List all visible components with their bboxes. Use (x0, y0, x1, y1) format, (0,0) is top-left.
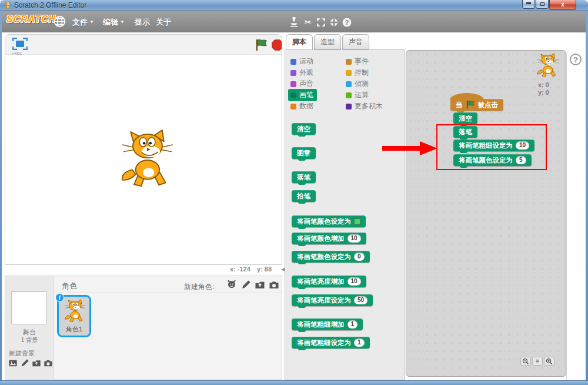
category-sensing[interactable]: 侦测 (346, 79, 369, 89)
script-block-pen-down[interactable]: 落笔 (453, 126, 477, 138)
svg-text:?: ? (345, 19, 349, 26)
duplicate-stamp-icon[interactable] (289, 17, 299, 28)
camera-sprite-icon[interactable] (269, 280, 279, 290)
palette-block-pen-down[interactable]: 落笔 (292, 171, 316, 183)
green-flag-button[interactable] (255, 38, 268, 52)
menu-tips[interactable]: 提示 (135, 17, 150, 28)
motion-color-square (290, 59, 296, 65)
zoom-out-icon (522, 358, 529, 365)
palette-block-change-pen-color[interactable]: 将画笔颜色增加10 (292, 233, 366, 244)
palette-block-set-pen-shade[interactable]: 将画笔亮度设定为50 (292, 294, 373, 306)
green-flag-icon (466, 100, 475, 109)
help-button[interactable]: ? (570, 54, 582, 65)
sprite-name-label: 角色1 (59, 325, 89, 334)
value-input[interactable]: 10 (516, 141, 529, 150)
close-icon: x (561, 1, 564, 8)
stage-thumbnail-label: 舞台 (5, 328, 54, 337)
scratch-logo[interactable]: SCRATCH (6, 14, 56, 25)
sprite-info-badge[interactable]: i (55, 293, 64, 302)
paint-sprite-icon[interactable] (240, 280, 251, 290)
zoom-in-button[interactable] (544, 357, 554, 366)
block-help-icon[interactable]: ? (342, 17, 352, 28)
palette-block-clear[interactable]: 清空 (292, 123, 316, 135)
maximize-icon (540, 2, 544, 6)
sprite-thumbnail-cat (64, 299, 86, 324)
stage-panel: v461 (5, 34, 282, 265)
category-more-blocks[interactable]: 更多积木 (346, 101, 383, 111)
script-block-set-pen-color[interactable]: 将画笔颜色设定为5 (453, 154, 532, 166)
zoom-in-icon (546, 358, 553, 365)
operators-color-square (346, 92, 352, 98)
looks-color-square (290, 70, 296, 76)
menubar: SCRATCH 文件▼ 编辑▼ 提示 关于 ✂ ? (2, 11, 586, 32)
tab-scripts[interactable]: 脚本 (286, 34, 313, 49)
menu-file[interactable]: 文件▼ (72, 17, 94, 28)
stop-button[interactable] (271, 39, 282, 51)
palette-block-set-pen-color[interactable]: 将画笔颜色设定为0 (292, 251, 370, 263)
category-sound[interactable]: 声音 (290, 79, 313, 89)
value-input[interactable]: 10 (348, 277, 361, 286)
sprite-library-icon[interactable] (226, 280, 237, 290)
value-input[interactable]: 5 (516, 156, 526, 164)
upload-sprite-icon[interactable] (255, 280, 265, 290)
value-input[interactable]: 50 (354, 296, 368, 304)
delete-scissors-icon[interactable]: ✂ (303, 17, 313, 28)
sprites-header-divider (54, 293, 283, 293)
stage-backdrop-count: 1 背景 (5, 336, 54, 344)
category-pen[interactable]: 画笔 (288, 89, 317, 101)
maximize-button[interactable] (536, 0, 549, 9)
palette-block-stamp[interactable]: 图章 (292, 147, 316, 159)
window-frame-bottom (0, 380, 588, 385)
category-data[interactable]: 数据 (290, 101, 313, 111)
sensing-color-square (346, 81, 352, 87)
paint-backdrop-icon[interactable] (20, 359, 29, 368)
value-input[interactable]: 10 (348, 234, 361, 243)
palette-block-set-pen-color-swatch[interactable]: 将画笔颜色设定为 (292, 215, 366, 227)
zoom-out-button[interactable] (520, 357, 531, 366)
palette-block-change-pen-size[interactable]: 将画笔粗细增加1 (292, 318, 363, 330)
annotation-arrow-head (420, 141, 437, 155)
palette-block-change-pen-shade[interactable]: 将画笔亮度增加10 (292, 276, 366, 287)
stage-thumbnail[interactable] (11, 291, 46, 324)
minimize-icon (526, 2, 531, 4)
grow-sprite-icon[interactable] (316, 17, 326, 28)
annotation-arrow (382, 146, 421, 151)
value-input[interactable]: 0 (354, 253, 365, 261)
language-globe-icon[interactable] (54, 15, 66, 28)
new-backdrop-label: 新建背景 (9, 349, 35, 358)
palette-block-set-pen-size[interactable]: 将画笔粗细设定为1 (292, 337, 370, 349)
menu-about[interactable]: 关于 (156, 17, 171, 28)
upload-backdrop-icon[interactable] (32, 359, 41, 368)
backdrop-library-icon[interactable] (8, 359, 18, 368)
script-block-set-pen-size[interactable]: 将画笔粗细设定为10 (453, 140, 534, 151)
stage-cat-sprite[interactable] (118, 129, 175, 191)
category-looks[interactable]: 外观 (290, 68, 313, 78)
category-events[interactable]: 事件 (346, 57, 369, 67)
script-area[interactable]: x: 0 y: 0 当 被点击 清空 落笔 将画笔粗细设定为10 将画笔颜色设定… (406, 50, 566, 377)
script-hat-when-flag-clicked[interactable]: 当 被点击 (450, 99, 503, 111)
events-color-square (346, 59, 352, 65)
window-frame-right (586, 11, 588, 380)
minimize-button[interactable] (522, 0, 535, 9)
sprite-thumbnail-selected[interactable]: i 角色1 (57, 295, 91, 337)
pen-color-swatch[interactable] (354, 218, 360, 225)
tab-sounds[interactable]: 声音 (342, 34, 369, 49)
zoom-reset-button[interactable]: = (532, 357, 543, 366)
category-motion[interactable]: 运动 (290, 57, 313, 67)
category-control[interactable]: 控制 (346, 68, 369, 78)
shrink-sprite-icon[interactable] (329, 17, 339, 28)
camera-backdrop-icon[interactable] (44, 359, 53, 368)
tab-costumes[interactable]: 造型 (314, 34, 341, 49)
close-button[interactable]: x (549, 0, 576, 10)
category-operators[interactable]: 运算 (346, 90, 369, 100)
palette-block-pen-up[interactable]: 抬笔 (292, 190, 316, 202)
window-titlebar[interactable]: Scratch 2 Offline Editor x (0, 0, 588, 11)
version-label: v461 (12, 51, 22, 56)
script-block-clear[interactable]: 清空 (453, 112, 477, 124)
fullscreen-icon[interactable] (12, 38, 28, 50)
value-input[interactable]: 1 (348, 320, 358, 328)
value-input[interactable]: 1 (354, 338, 365, 347)
data-color-square (290, 104, 296, 109)
menu-edit[interactable]: 编辑▼ (103, 17, 125, 28)
window-frame-left (0, 11, 2, 380)
